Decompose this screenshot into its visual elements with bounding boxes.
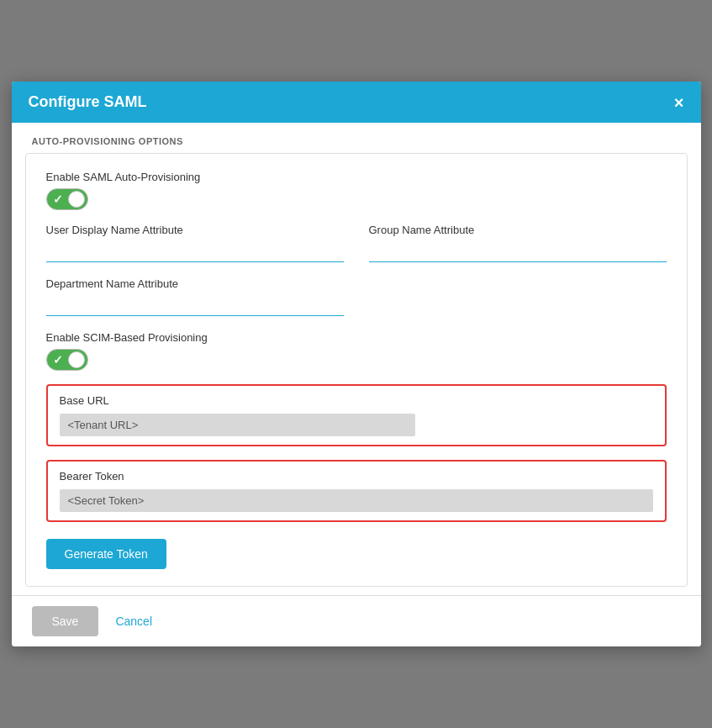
enable-scim-label: Enable SCIM-Based Provisioning: [46, 331, 667, 344]
group-name-label: Group Name Attribute: [369, 224, 667, 236]
modal-title: Configure SAML: [29, 93, 147, 111]
modal-overlay: Configure SAML × AUTO-PROVISIONING OPTIO…: [0, 0, 712, 728]
toggle-check-icon: ✓: [53, 193, 63, 206]
user-display-name-input[interactable]: [46, 241, 344, 262]
toggle-track[interactable]: ✓: [46, 188, 88, 210]
configure-saml-modal: Configure SAML × AUTO-PROVISIONING OPTIO…: [12, 82, 701, 646]
close-button[interactable]: ×: [674, 94, 684, 111]
group-name-input[interactable]: [369, 241, 667, 262]
user-display-name-label: User Display Name Attribute: [46, 224, 344, 236]
department-name-col: Department Name Attribute: [46, 277, 344, 316]
scim-toggle-check-icon: ✓: [53, 353, 63, 367]
cancel-button[interactable]: Cancel: [115, 615, 152, 628]
base-url-highlight-box: Base URL <Tenant URL>: [46, 384, 667, 446]
department-name-label: Department Name Attribute: [46, 277, 344, 290]
enable-saml-toggle[interactable]: ✓: [46, 188, 88, 210]
enable-saml-toggle-row: ✓: [46, 188, 667, 210]
enable-saml-row: Enable SAML Auto-Provisioning ✓: [46, 171, 667, 210]
scim-toggle-thumb: [68, 351, 85, 368]
base-url-value: <Tenant URL>: [60, 414, 416, 436]
base-url-label: Base URL: [60, 394, 653, 407]
bearer-token-label: Bearer Token: [60, 470, 653, 483]
bearer-token-value: <Secret Token>: [60, 489, 653, 512]
generate-token-button[interactable]: Generate Token: [46, 539, 166, 569]
bearer-token-highlight-box: Bearer Token <Secret Token>: [46, 460, 667, 522]
enable-scim-toggle[interactable]: ✓: [46, 349, 88, 371]
enable-scim-toggle-row: ✓: [46, 349, 667, 371]
department-name-input[interactable]: [46, 295, 344, 316]
enable-saml-label: Enable SAML Auto-Provisioning: [46, 171, 667, 183]
auto-provisioning-section: Enable SAML Auto-Provisioning ✓ User D: [25, 153, 688, 587]
department-name-row: Department Name Attribute: [46, 277, 667, 316]
auto-provisioning-section-header: AUTO-PROVISIONING OPTIONS: [12, 123, 701, 153]
enable-scim-row: Enable SCIM-Based Provisioning ✓: [46, 331, 667, 371]
scim-toggle-track[interactable]: ✓: [46, 349, 88, 371]
modal-footer: Save Cancel: [12, 595, 701, 646]
modal-header: Configure SAML ×: [12, 82, 701, 123]
toggle-thumb: [68, 191, 85, 208]
group-name-col: Group Name Attribute: [369, 224, 667, 262]
user-display-name-col: User Display Name Attribute: [46, 224, 344, 262]
modal-body: AUTO-PROVISIONING OPTIONS Enable SAML Au…: [12, 123, 701, 595]
display-group-name-row: User Display Name Attribute Group Name A…: [46, 224, 667, 262]
save-button[interactable]: Save: [32, 606, 99, 636]
